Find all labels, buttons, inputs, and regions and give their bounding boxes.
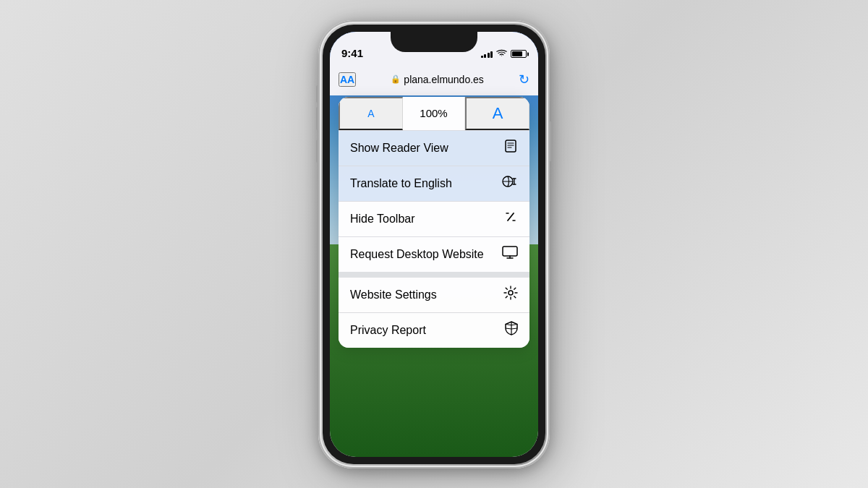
decrease-font-button[interactable]: A bbox=[339, 97, 403, 130]
gear-icon bbox=[503, 286, 518, 304]
menu-item-request-desktop-website[interactable]: Request Desktop Website bbox=[339, 237, 529, 272]
font-percent-display: 100% bbox=[403, 97, 466, 130]
privacy-report-label: Privacy Report bbox=[350, 324, 426, 337]
menu-item-hide-toolbar[interactable]: Hide Toolbar bbox=[339, 202, 529, 236]
increase-font-button[interactable]: A bbox=[465, 97, 529, 130]
status-time: 9:41 bbox=[341, 47, 363, 59]
desktop-icon bbox=[502, 246, 518, 262]
menu-item-website-settings[interactable]: Website Settings bbox=[339, 278, 529, 312]
request-desktop-website-label: Request Desktop Website bbox=[350, 248, 484, 261]
menu-item-translate-to-english[interactable]: Translate to English bbox=[339, 166, 529, 201]
hide-toolbar-label: Hide Toolbar bbox=[350, 213, 415, 226]
wifi-icon bbox=[496, 49, 507, 59]
dropdown-menu: A 100% A Show Reader View bbox=[339, 97, 529, 348]
phone-inner: 9:41 bbox=[323, 25, 545, 464]
phone-device: 9:41 bbox=[318, 20, 550, 468]
reload-button[interactable]: ↻ bbox=[519, 72, 529, 87]
translate-icon bbox=[502, 174, 518, 192]
page-wrapper: 9:41 bbox=[0, 0, 868, 488]
hide-toolbar-icon bbox=[503, 210, 518, 228]
url-text: plana.elmundo.es bbox=[404, 74, 484, 85]
shield-icon bbox=[505, 321, 518, 339]
signal-icon bbox=[481, 50, 493, 58]
lock-icon: 🔒 bbox=[391, 74, 401, 84]
section-divider bbox=[339, 272, 529, 278]
translate-to-english-label: Translate to English bbox=[350, 177, 452, 190]
aa-button[interactable]: AA bbox=[339, 72, 356, 87]
phone-screen: 9:41 bbox=[330, 32, 538, 457]
font-size-row: A 100% A bbox=[339, 97, 529, 130]
menu-item-show-reader-view[interactable]: Show Reader View bbox=[339, 131, 529, 166]
svg-rect-0 bbox=[506, 140, 516, 152]
website-settings-label: Website Settings bbox=[350, 288, 437, 301]
svg-line-5 bbox=[508, 213, 514, 221]
show-reader-view-label: Show Reader View bbox=[350, 142, 448, 155]
battery-icon bbox=[511, 50, 527, 58]
address-bar: AA 🔒 plana.elmundo.es ↻ bbox=[330, 64, 538, 95]
notch bbox=[391, 32, 477, 52]
svg-point-11 bbox=[509, 291, 513, 295]
url-bar: 🔒 plana.elmundo.es bbox=[362, 74, 513, 85]
menu-item-privacy-report[interactable]: Privacy Report bbox=[339, 313, 529, 348]
reader-view-icon bbox=[503, 139, 518, 157]
svg-rect-8 bbox=[503, 247, 517, 256]
status-icons bbox=[481, 49, 527, 59]
